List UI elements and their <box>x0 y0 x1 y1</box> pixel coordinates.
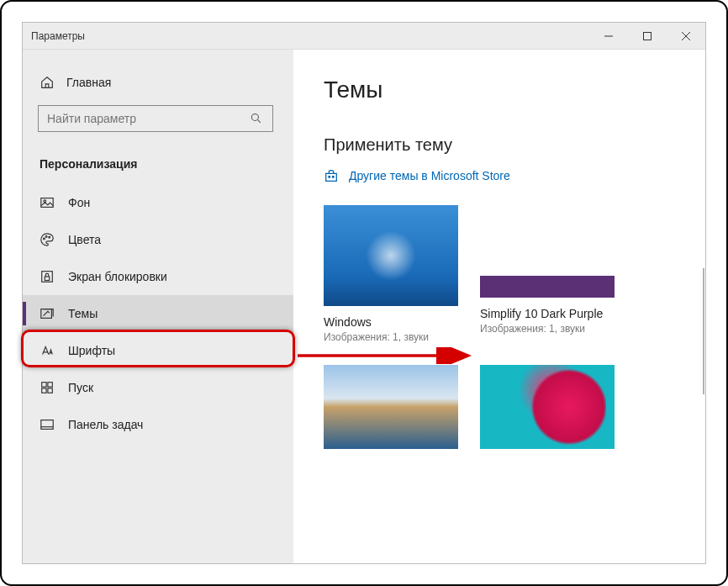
minimize-button[interactable] <box>589 23 628 50</box>
theme-grid: Windows Изображения: 1, звуки Simplify 1… <box>324 205 675 457</box>
palette-icon <box>40 232 55 247</box>
svg-rect-1 <box>644 32 652 40</box>
theme-meta: Изображения: 1, звуки <box>324 331 458 343</box>
svg-point-9 <box>45 236 47 238</box>
sidebar-item-colors[interactable]: Цвета <box>23 221 293 258</box>
titlebar: Параметры <box>23 23 705 50</box>
theme-thumbnail <box>324 205 458 306</box>
theme-card-simplify[interactable]: Simplify 10 Dark Purple Изображения: 1, … <box>480 205 615 343</box>
lockscreen-icon <box>40 269 55 284</box>
nav-label: Экран блокировки <box>68 270 167 283</box>
search-field[interactable] <box>47 112 249 125</box>
main-content: Темы Применить тему Другие темы в Micros… <box>293 50 705 563</box>
svg-point-10 <box>49 236 50 238</box>
fonts-icon <box>40 343 55 358</box>
svg-rect-13 <box>41 309 52 319</box>
svg-rect-21 <box>332 176 335 178</box>
nav-label: Цвета <box>68 233 101 246</box>
maximize-button[interactable] <box>628 23 667 50</box>
store-icon <box>324 168 339 183</box>
svg-rect-12 <box>45 277 49 281</box>
store-link-label: Другие темы в Microsoft Store <box>349 169 510 182</box>
home-icon <box>40 75 55 90</box>
settings-window: Параметры Главная <box>22 22 706 564</box>
sidebar-item-start[interactable]: Пуск <box>23 369 293 406</box>
start-icon <box>40 380 55 395</box>
svg-point-8 <box>44 238 45 240</box>
sidebar: Главная Персонализация Фон <box>23 50 293 563</box>
taskbar-icon <box>40 417 55 432</box>
nav-label: Пуск <box>68 381 93 394</box>
close-button[interactable] <box>667 23 705 50</box>
sidebar-item-taskbar[interactable]: Панель задач <box>23 406 293 443</box>
nav-label: Фон <box>68 196 90 209</box>
sidebar-item-lockscreen[interactable]: Экран блокировки <box>23 258 293 295</box>
search-icon <box>249 111 264 126</box>
theme-meta: Изображения: 1, звуки <box>480 323 615 335</box>
sidebar-item-fonts[interactable]: Шрифты <box>23 332 293 369</box>
sidebar-home[interactable]: Главная <box>23 68 293 97</box>
svg-point-4 <box>251 114 258 120</box>
svg-rect-17 <box>48 388 52 393</box>
apply-theme-header: Применить тему <box>324 135 675 155</box>
theme-thumbnail <box>480 365 615 449</box>
svg-rect-20 <box>328 176 330 178</box>
sidebar-item-background[interactable]: Фон <box>23 184 293 221</box>
theme-card-windows[interactable]: Windows Изображения: 1, звуки <box>324 205 458 343</box>
svg-rect-16 <box>42 388 46 393</box>
theme-card[interactable] <box>324 365 458 457</box>
theme-thumbnail <box>480 276 615 298</box>
nav-label: Шрифты <box>68 344 115 357</box>
theme-name: Windows <box>324 314 458 330</box>
svg-rect-6 <box>41 198 53 208</box>
sidebar-item-themes[interactable]: Темы <box>23 295 293 332</box>
theme-thumbnail <box>324 365 458 449</box>
page-title: Темы <box>324 77 675 103</box>
scrollbar[interactable] <box>703 268 704 394</box>
svg-line-5 <box>258 120 261 123</box>
svg-rect-15 <box>48 383 52 387</box>
svg-rect-14 <box>42 383 46 387</box>
theme-card[interactable] <box>480 365 615 457</box>
nav-label: Панель задач <box>68 418 143 431</box>
window-title: Параметры <box>23 30 589 42</box>
themes-icon <box>40 306 55 321</box>
sidebar-home-label: Главная <box>66 76 111 89</box>
nav-label: Темы <box>68 307 98 320</box>
svg-point-7 <box>44 200 46 203</box>
theme-name: Simplify 10 Dark Purple <box>480 306 615 321</box>
svg-rect-18 <box>41 420 53 430</box>
picture-icon <box>40 195 55 210</box>
search-input[interactable] <box>38 105 273 132</box>
sidebar-section-title: Персонализация <box>23 147 293 184</box>
store-link[interactable]: Другие темы в Microsoft Store <box>324 168 675 183</box>
